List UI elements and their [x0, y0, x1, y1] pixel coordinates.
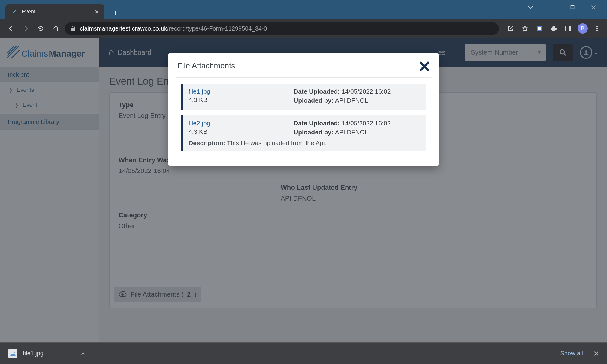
tab-strip: Event — [0, 0, 121, 19]
attachment-date: 14/05/2022 16:02 — [342, 120, 391, 127]
download-filename: file1.jpg — [23, 350, 44, 357]
tab-favicon-icon — [11, 9, 17, 15]
browser-toolbar: claimsmanagertest.crawco.co.uk/record/ty… — [0, 19, 607, 38]
download-options-button[interactable] — [79, 346, 87, 361]
profile-avatar[interactable]: B — [578, 23, 588, 34]
new-tab-button[interactable] — [109, 7, 121, 19]
tab-search-button[interactable] — [520, 1, 541, 13]
show-all-downloads-link[interactable]: Show all — [560, 350, 583, 357]
url-path: /record/type/46-Form-11299504_34-0 — [167, 25, 267, 32]
date-uploaded-label: Date Uploaded: — [294, 88, 340, 95]
download-item[interactable]: file1.jpg — [8, 346, 98, 361]
attachment-size: 4.3 KB — [189, 96, 294, 103]
file-attachments-modal: File Attachments file1.jpg 4.3 KB Date U… — [168, 53, 439, 166]
share-icon[interactable] — [506, 23, 516, 34]
attachment-filename-link[interactable]: file2.jpg — [189, 120, 294, 127]
page-viewport: Claims Manager Incident ❯ Events ❯ Event… — [0, 38, 607, 342]
uploaded-by-label: Uploaded by: — [294, 97, 334, 104]
downloads-bar-close-button[interactable] — [594, 351, 599, 356]
attachment-uploader: API DFNOL — [335, 97, 368, 104]
attachment-row: file1.jpg 4.3 KB Date Uploaded: 14/05/20… — [181, 84, 426, 110]
description-label: Description: — [189, 139, 225, 146]
divider — [98, 347, 98, 360]
extension-icon[interactable] — [534, 23, 545, 34]
side-panel-icon[interactable] — [563, 23, 573, 34]
browser-tab[interactable]: Event — [5, 4, 104, 19]
date-uploaded-label: Date Uploaded: — [294, 120, 340, 127]
download-file-icon — [8, 349, 17, 358]
browser-menu-icon[interactable] — [592, 23, 602, 34]
profile-letter: B — [581, 25, 584, 32]
modal-close-button[interactable] — [419, 61, 430, 71]
reload-button[interactable] — [35, 22, 47, 34]
tab-title: Event — [22, 9, 35, 15]
lock-icon — [71, 26, 76, 31]
attachment-size: 4.3 KB — [189, 128, 294, 135]
minimize-button[interactable] — [541, 1, 562, 13]
url-host: claimsmanagertest.crawco.co.uk — [80, 25, 167, 32]
attachment-row: file2.jpg 4.3 KB Date Uploaded: 14/05/20… — [181, 115, 426, 151]
downloads-bar: file1.jpg Show all — [0, 342, 607, 364]
browser-titlebar: Event — [0, 0, 607, 19]
svg-point-14 — [14, 352, 15, 353]
address-bar[interactable]: claimsmanagertest.crawco.co.uk/record/ty… — [65, 22, 499, 35]
svg-rect-1 — [71, 28, 75, 31]
back-button[interactable] — [5, 22, 17, 34]
uploaded-by-label: Uploaded by: — [294, 129, 334, 136]
svg-rect-5 — [569, 26, 571, 31]
svg-rect-3 — [538, 27, 541, 30]
home-button[interactable] — [50, 22, 62, 34]
toolbar-right: B — [502, 23, 602, 34]
attachment-description: This file was uploaded from the Api. — [227, 139, 327, 146]
svg-point-7 — [596, 28, 598, 29]
window-controls — [520, 0, 607, 13]
modal-title: File Attachments — [177, 61, 235, 70]
forward-button[interactable] — [20, 22, 32, 34]
tab-close-button[interactable] — [93, 8, 100, 16]
svg-rect-0 — [571, 6, 574, 9]
attachment-uploader: API DFNOL — [335, 129, 368, 136]
attachment-date: 14/05/2022 16:02 — [342, 88, 391, 95]
bookmark-icon[interactable] — [520, 23, 530, 34]
svg-point-6 — [596, 26, 598, 27]
extensions-menu-icon[interactable] — [549, 23, 559, 34]
attachment-filename-link[interactable]: file1.jpg — [189, 88, 294, 95]
window-close-button[interactable] — [583, 1, 604, 13]
maximize-button[interactable] — [562, 1, 583, 13]
svg-point-8 — [596, 30, 598, 31]
modal-body: file1.jpg 4.3 KB Date Uploaded: 14/05/20… — [175, 77, 432, 157]
